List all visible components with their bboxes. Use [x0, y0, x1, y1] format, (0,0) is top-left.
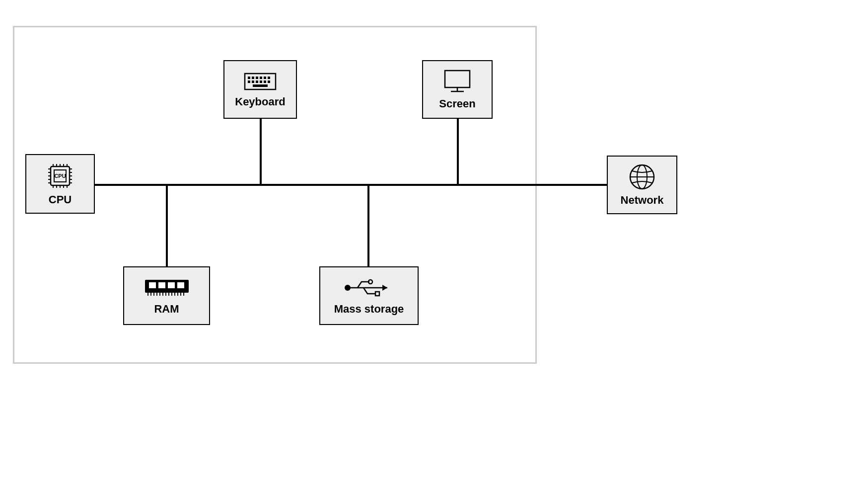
- bus-line-keyboard: [260, 119, 262, 185]
- svg-rect-45: [158, 282, 165, 288]
- svg-rect-29: [268, 77, 270, 79]
- svg-rect-32: [256, 81, 258, 83]
- svg-point-64: [368, 280, 372, 284]
- bus-line-ram: [166, 185, 168, 267]
- component-storage: Mass storage: [319, 266, 419, 325]
- svg-rect-65: [375, 292, 379, 296]
- keyboard-icon: [243, 71, 278, 92]
- svg-marker-63: [382, 285, 387, 291]
- cpu-label: CPU: [49, 193, 72, 206]
- component-cpu: CPU CPU: [25, 154, 95, 214]
- usb-icon: [342, 276, 396, 300]
- screen-label: Screen: [439, 97, 475, 110]
- svg-rect-34: [264, 81, 266, 83]
- svg-rect-36: [253, 84, 268, 87]
- component-screen: Screen: [422, 60, 493, 119]
- svg-rect-25: [252, 77, 254, 79]
- network-icon: [628, 163, 656, 191]
- screen-icon: [442, 69, 473, 94]
- keyboard-label: Keyboard: [235, 95, 285, 108]
- bus-line-storage: [367, 185, 369, 267]
- svg-rect-44: [149, 282, 156, 288]
- svg-rect-26: [256, 77, 258, 79]
- component-network: Network: [607, 156, 677, 214]
- svg-rect-27: [260, 77, 262, 79]
- svg-rect-30: [248, 81, 250, 83]
- svg-text:CPU: CPU: [54, 173, 66, 179]
- network-label: Network: [621, 194, 664, 207]
- bus-line-main: [95, 184, 607, 186]
- svg-rect-33: [260, 81, 262, 83]
- cpu-icon: CPU: [46, 162, 74, 190]
- svg-rect-24: [248, 77, 250, 79]
- component-keyboard: Keyboard: [223, 60, 297, 119]
- svg-rect-31: [252, 81, 254, 83]
- svg-rect-46: [168, 282, 175, 288]
- bus-line-screen: [457, 119, 459, 185]
- ram-icon: [142, 276, 192, 300]
- svg-rect-28: [264, 77, 266, 79]
- ram-label: RAM: [154, 303, 179, 316]
- component-ram: RAM: [123, 266, 210, 325]
- svg-rect-35: [268, 81, 270, 83]
- storage-label: Mass storage: [334, 303, 404, 316]
- svg-rect-47: [177, 282, 184, 288]
- svg-rect-37: [445, 71, 470, 87]
